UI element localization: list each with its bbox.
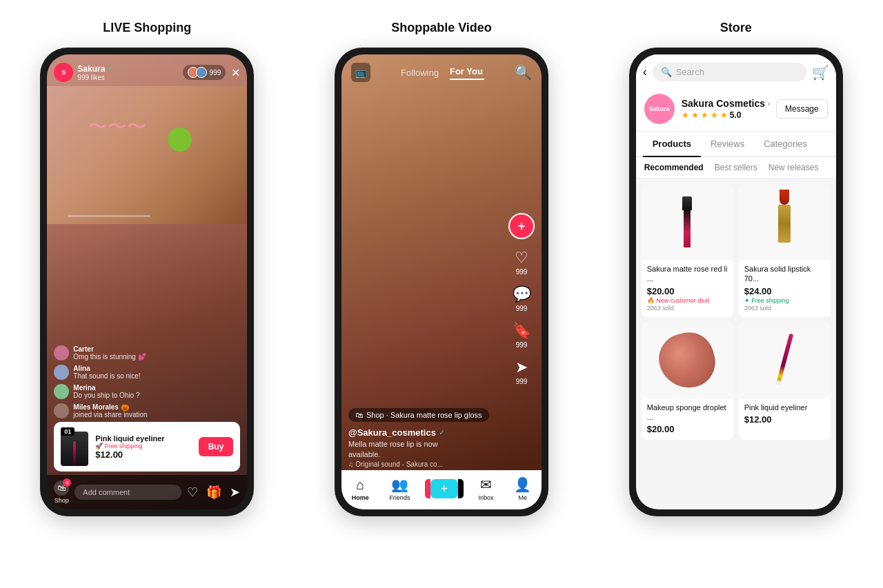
store-content: ‹ 🔍 Search 🛒 Sakura	[636, 54, 836, 509]
share-icon[interactable]: ➤	[230, 485, 240, 500]
comment-name-2: Alina	[73, 365, 140, 372]
brand-logo: Sakura	[644, 94, 675, 124]
me-icon: 👤	[514, 476, 531, 493]
store-search-bar[interactable]: 🔍 Search	[653, 63, 806, 81]
nav-plus[interactable]: +	[430, 479, 458, 498]
brand-name: Sakura Cosmetics	[682, 98, 765, 109]
shoppable-video-section: Shoppable Video 📺 Following For You	[308, 21, 575, 516]
live-shopping-section: LIVE Shopping S Sakura ✓ 999	[14, 21, 281, 516]
live-user-info: S Sakura ✓ 999 likes	[54, 63, 113, 82]
product-price: $12.00	[95, 449, 191, 460]
product-name: Pink liquid eyeliner	[95, 434, 191, 443]
comment-bubble-2: Alina That sound is so nice!	[73, 365, 140, 380]
tab-products[interactable]: Products	[643, 132, 701, 156]
live-tv-icon: 📺	[351, 63, 370, 82]
rating-number: 5.0	[730, 110, 742, 120]
comment-bubble-3: Merina Do you ship to Ohio ?	[73, 384, 139, 399]
store-title: Store	[720, 21, 752, 35]
product-name-1: Sakura matte rose red li ...	[647, 264, 728, 284]
nav-me[interactable]: 👤 Me	[514, 476, 531, 501]
comment-2: Alina That sound is so nice!	[54, 365, 240, 380]
live-top-bar: S Sakura ✓ 999 likes	[47, 54, 247, 86]
shop-icon-button[interactable]: 🛍 4 Shop	[54, 480, 69, 504]
video-username: @Sakura_cosmetics	[348, 427, 436, 438]
home-label: Home	[352, 494, 369, 501]
hand-lines	[68, 215, 150, 217]
nav-following[interactable]: Following	[401, 68, 439, 78]
lipstick-barrel	[778, 205, 791, 243]
comment-action[interactable]: 💬 999	[513, 285, 531, 312]
add-comment-input[interactable]: Add comment	[75, 485, 181, 500]
search-placeholder: Search	[676, 67, 704, 77]
live-viewer-avatars	[188, 67, 207, 78]
star-2: ★	[691, 110, 699, 120]
store-tabs: Products Reviews Categories	[636, 132, 836, 157]
gift-icon[interactable]: 🎁	[206, 485, 221, 500]
shipping-icon: 🚀	[95, 443, 103, 449]
store-top-bar: ‹ 🔍 Search 🛒	[636, 54, 836, 87]
shop-tag-icon: 🛍	[355, 411, 363, 419]
shoppable-video-phone: 📺 Following For You 🔍 +	[335, 48, 548, 516]
bookmark-action[interactable]: 🔖 999	[513, 322, 531, 349]
product-sold-1: 2063 sold	[647, 305, 728, 312]
nav-underline	[450, 79, 484, 80]
product-card-body-4: Pink liquid eyeliner $12.00	[739, 398, 831, 425]
product-card-3[interactable]: Makeup sponge droplet ... $20.00	[642, 323, 733, 440]
nav-home[interactable]: ⌂ Home	[352, 477, 369, 501]
nav-friends[interactable]: 👥 Friends	[389, 476, 410, 501]
eyeliner-thumb-icon	[73, 441, 76, 466]
heart-icon[interactable]: ♡	[187, 485, 198, 500]
live-avatar: S	[54, 63, 73, 82]
page-container: LIVE Shopping S Sakura ✓ 999	[14, 21, 869, 516]
close-button[interactable]: ✕	[231, 66, 240, 79]
product-shipping-2: ✦ Free shipping	[744, 297, 825, 304]
plus-button[interactable]: +	[430, 479, 458, 498]
tab-reviews[interactable]: Reviews	[701, 132, 754, 156]
back-button[interactable]: ‹	[643, 65, 647, 79]
shop-label: Shop	[54, 497, 69, 504]
shoppable-video-screen: 📺 Following For You 🔍 +	[341, 54, 542, 509]
filter-recommended[interactable]: Recommended	[644, 163, 704, 172]
cart-icon[interactable]: 🛒	[812, 64, 829, 81]
filter-bestsellers[interactable]: Best sellers	[715, 163, 757, 172]
live-bottom-bar: 🛍 4 Shop Add comment ♡ 🎁 ➤	[47, 475, 247, 509]
live-background: S Sakura ✓ 999 likes	[47, 54, 247, 509]
comment-avatar-2	[54, 365, 69, 380]
like-count: 999	[516, 268, 528, 276]
shoppable-video-title: Shoppable Video	[391, 21, 492, 35]
eyeliner-pencil-icon	[775, 333, 794, 387]
sponge-icon	[653, 327, 721, 394]
tab-categories[interactable]: Categories	[754, 132, 817, 156]
product-image-4	[739, 323, 831, 398]
comment-bubble-1: Carter Omg this is stunning 💕	[73, 345, 146, 361]
brand-info: Sakura Cosmetics › ★ ★ ★ ★ ★ 5.0	[682, 98, 771, 120]
search-icon-video[interactable]: 🔍	[515, 64, 532, 81]
bookmark-count: 999	[516, 341, 528, 349]
nav-inbox[interactable]: ✉ Inbox	[479, 476, 494, 501]
video-face-area: 📺 Following For You 🔍 +	[341, 54, 542, 509]
comment-text-3: Do you ship to Ohio ?	[73, 392, 139, 399]
live-video-area: 〜〜〜	[47, 86, 247, 224]
like-action[interactable]: ♡ 999	[515, 249, 528, 276]
live-shopping-title: LIVE Shopping	[103, 21, 191, 35]
nav-foryou[interactable]: For You	[450, 66, 483, 77]
product-sold-2: 2063 sold	[744, 305, 825, 312]
product-card-4[interactable]: Pink liquid eyeliner $12.00	[739, 323, 831, 440]
product-name-3: Makeup sponge droplet ...	[647, 403, 728, 423]
search-icon-store: 🔍	[661, 67, 672, 77]
buy-button[interactable]: Buy	[199, 437, 234, 456]
squiggle-decoration: 〜〜〜	[88, 114, 146, 140]
follow-button[interactable]: +	[508, 213, 535, 239]
product-number: 01	[61, 427, 75, 436]
share-action[interactable]: ➤ 999	[515, 358, 528, 385]
filter-newreleases[interactable]: New releases	[768, 163, 819, 172]
shop-tag[interactable]: 🛍 Shop · Sakura matte rose lip gloss	[348, 408, 489, 422]
product-card-2[interactable]: Sakura solid lipstick 70... $24.00 ✦ Fre…	[739, 184, 831, 317]
product-card-1[interactable]: Sakura matte rose red li ... $20.00 🔥 Ne…	[642, 184, 733, 317]
message-button[interactable]: Message	[776, 99, 828, 119]
comment-text-1: Omg this is stunning 💕	[73, 353, 146, 361]
comment-avatar-4	[54, 403, 69, 418]
inbox-label: Inbox	[479, 494, 494, 501]
mini-avatar-2	[196, 67, 207, 78]
comment-name-4: Miles Morales 🎃	[73, 403, 147, 411]
